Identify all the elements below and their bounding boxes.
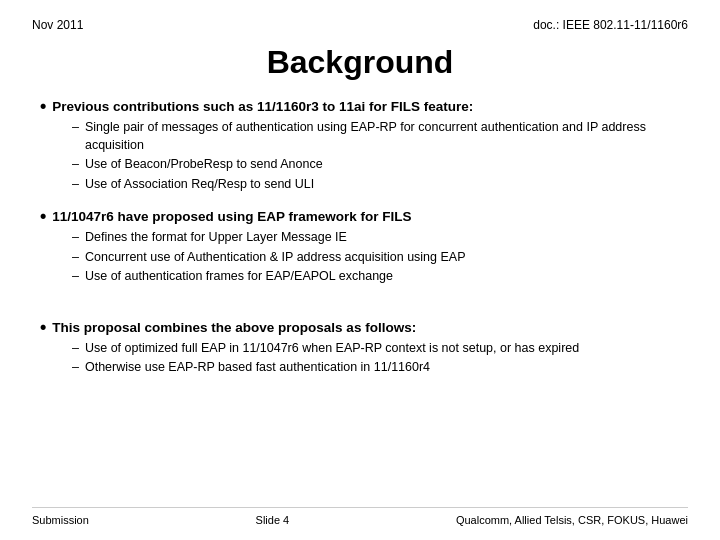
slide-title: Background bbox=[267, 44, 454, 80]
sub-bullet-2-1: – Defines the format for Upper Layer Mes… bbox=[72, 229, 680, 247]
slide: Nov 2011 doc.: IEEE 802.11-11/1160r6 Bac… bbox=[0, 0, 720, 540]
sub-bullet-1-3: – Use of Association Req/Resp to send UL… bbox=[72, 176, 680, 194]
sub-bullet-text-1-3: Use of Association Req/Resp to send ULI bbox=[85, 176, 314, 194]
header-right: doc.: IEEE 802.11-11/1160r6 bbox=[533, 18, 688, 32]
sub-bullet-text-3-2: Otherwise use EAP-RP based fast authenti… bbox=[85, 359, 430, 377]
sub-bullet-text-2-1: Defines the format for Upper Layer Messa… bbox=[85, 229, 347, 247]
footer-left: Submission bbox=[32, 514, 89, 526]
sub-bullet-3-2: – Otherwise use EAP-RP based fast authen… bbox=[72, 359, 680, 377]
header-left: Nov 2011 bbox=[32, 18, 83, 32]
sub-bullet-text-3-1: Use of optimized full EAP in 11/1047r6 w… bbox=[85, 340, 579, 358]
slide-footer: Submission Slide 4 Qualcomm, Allied Tels… bbox=[32, 507, 688, 526]
bullet-text-2: 11/1047r6 have proposed using EAP framew… bbox=[52, 209, 411, 224]
bullet-section-3: • This proposal combines the above propo… bbox=[40, 320, 680, 377]
bullet-section-1: • Previous contributions such as 11/1160… bbox=[40, 99, 680, 193]
bullet-text-1: Previous contributions such as 11/1160r3… bbox=[52, 99, 473, 114]
footer-center: Slide 4 bbox=[256, 514, 290, 526]
content-area: • Previous contributions such as 11/1160… bbox=[32, 99, 688, 507]
bullet-section-2: • 11/1047r6 have proposed using EAP fram… bbox=[40, 209, 680, 286]
sub-bullet-text-2-3: Use of authentication frames for EAP/EAP… bbox=[85, 268, 393, 286]
bullet-text-3: This proposal combines the above proposa… bbox=[52, 320, 416, 335]
sub-bullet-1-1: – Single pair of messages of authenticat… bbox=[72, 119, 680, 154]
sub-bullet-text-2-2: Concurrent use of Authentication & IP ad… bbox=[85, 249, 466, 267]
sub-bullets-1: – Single pair of messages of authenticat… bbox=[40, 119, 680, 193]
bullet-main-1: • Previous contributions such as 11/1160… bbox=[40, 99, 680, 115]
sub-bullet-1-2: – Use of Beacon/ProbeResp to send Anonce bbox=[72, 156, 680, 174]
sub-bullet-2-3: – Use of authentication frames for EAP/E… bbox=[72, 268, 680, 286]
sub-bullets-3: – Use of optimized full EAP in 11/1047r6… bbox=[40, 340, 680, 377]
sub-bullets-2: – Defines the format for Upper Layer Mes… bbox=[40, 229, 680, 286]
bullet-main-2: • 11/1047r6 have proposed using EAP fram… bbox=[40, 209, 680, 225]
sub-bullet-text-1-2: Use of Beacon/ProbeResp to send Anonce bbox=[85, 156, 323, 174]
bullet-main-3: • This proposal combines the above propo… bbox=[40, 320, 680, 336]
bullet-dot-3: • bbox=[40, 318, 46, 336]
sub-bullet-text-1-1: Single pair of messages of authenticatio… bbox=[85, 119, 680, 154]
title-area: Background bbox=[32, 44, 688, 81]
bullet-dot-1: • bbox=[40, 97, 46, 115]
bullet-dot-2: • bbox=[40, 207, 46, 225]
footer-right: Qualcomm, Allied Telsis, CSR, FOKUS, Hua… bbox=[456, 514, 688, 526]
sub-bullet-3-1: – Use of optimized full EAP in 11/1047r6… bbox=[72, 340, 680, 358]
slide-header: Nov 2011 doc.: IEEE 802.11-11/1160r6 bbox=[32, 18, 688, 32]
sub-bullet-2-2: – Concurrent use of Authentication & IP … bbox=[72, 249, 680, 267]
